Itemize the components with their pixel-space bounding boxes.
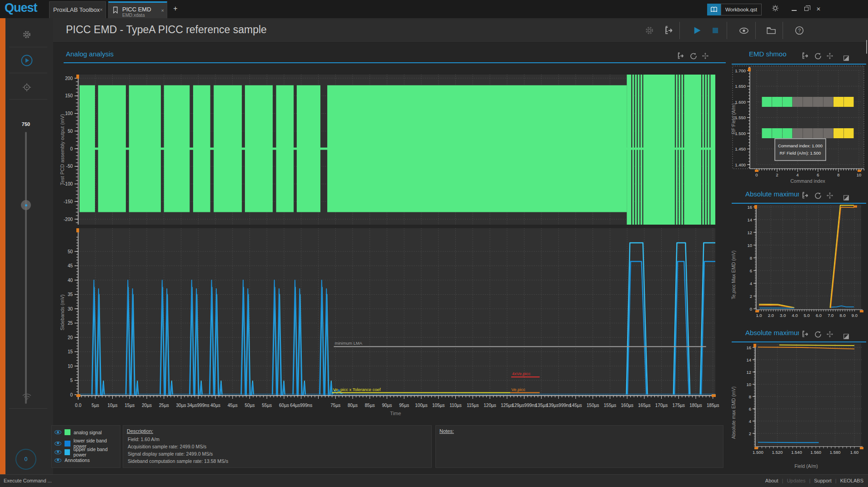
emd-shmoo-chart[interactable]: 1.7001.6501.6001.5501.5001.4501.40002468… bbox=[730, 65, 868, 189]
svg-text:15µs: 15µs bbox=[125, 403, 135, 408]
max-emd-field-chart[interactable]: 1614121086421.5001.5201.5401.5601.5801.6… bbox=[730, 342, 868, 474]
legend-box: analog signal lower side band power uppe… bbox=[51, 425, 120, 468]
analog-export-icon[interactable] bbox=[676, 51, 685, 60]
support-link[interactable]: Support bbox=[814, 478, 832, 483]
updates-link[interactable]: Updates bbox=[787, 478, 805, 483]
tab-close-icon[interactable]: × bbox=[100, 7, 103, 12]
analog-move-icon[interactable] bbox=[701, 51, 710, 60]
max-emd-field-move-icon[interactable] bbox=[825, 330, 834, 339]
svg-text:10: 10 bbox=[747, 243, 752, 248]
notes-box[interactable]: Notes: bbox=[435, 425, 723, 468]
legend-item-analog[interactable]: analog signal bbox=[55, 429, 102, 435]
analog-reset-zoom-icon[interactable] bbox=[689, 51, 698, 60]
window-close-button[interactable]: ✕ bbox=[816, 6, 821, 12]
stop-button[interactable] bbox=[710, 25, 721, 36]
about-link[interactable]: About bbox=[765, 478, 778, 483]
field-slider-handle[interactable] bbox=[21, 200, 31, 210]
svg-text:9.0: 9.0 bbox=[852, 313, 858, 318]
svg-text:0: 0 bbox=[755, 172, 758, 177]
description-line: Sideband computation sample rate: 13.58 … bbox=[128, 458, 228, 464]
svg-text:0: 0 bbox=[750, 306, 752, 311]
legend-item-annotations[interactable]: Annotations bbox=[55, 457, 90, 463]
tab-picc-emd[interactable]: PICC EMD EMD.xdata × bbox=[108, 1, 167, 18]
svg-text:75µs: 75µs bbox=[330, 403, 340, 408]
svg-text:10: 10 bbox=[68, 364, 73, 369]
max-emd-field-export-icon[interactable] bbox=[801, 330, 810, 339]
settings-gear-icon[interactable] bbox=[644, 25, 655, 36]
svg-text:200: 200 bbox=[65, 76, 73, 81]
svg-text:8: 8 bbox=[749, 394, 751, 399]
sidebar-gear-icon[interactable] bbox=[0, 30, 53, 41]
svg-text:Ve,picc: Ve,picc bbox=[511, 387, 525, 392]
export-icon[interactable] bbox=[663, 25, 674, 36]
max-emd-power-corner-icon[interactable] bbox=[842, 193, 851, 202]
analog-panel-title: Analog analysis bbox=[66, 50, 114, 58]
svg-text:30: 30 bbox=[68, 306, 73, 311]
legend-item-upper[interactable]: upper side band power bbox=[55, 447, 120, 457]
keolabs-link[interactable]: KEOLABS bbox=[840, 478, 863, 483]
analog-waveform-chart[interactable]: minimum LMAVe_picc x Tolerance coefVe,pi… bbox=[58, 65, 727, 425]
tab-proxilab-toolbox[interactable]: ProxiLAB Toolbox × bbox=[49, 1, 106, 18]
svg-text:minimum LMA: minimum LMA bbox=[334, 341, 362, 346]
svg-text:115µs: 115µs bbox=[467, 403, 479, 408]
workbook-button[interactable] bbox=[707, 4, 721, 15]
workbook-name[interactable]: Workbook.qst bbox=[721, 4, 762, 15]
svg-text:1.600: 1.600 bbox=[735, 100, 746, 105]
sidebar-wifi-icon[interactable] bbox=[0, 393, 53, 402]
title-bar: PICC EMD - TypeA PICC reference sample bbox=[53, 18, 868, 43]
svg-text:155µs: 155µs bbox=[604, 403, 616, 408]
svg-text:50: 50 bbox=[68, 249, 73, 254]
svg-text:0: 0 bbox=[70, 146, 73, 151]
max-emd-power-reset-icon[interactable] bbox=[813, 191, 823, 200]
max-emd-field-reset-icon[interactable] bbox=[813, 330, 823, 339]
svg-text:10µs: 10µs bbox=[108, 403, 118, 408]
svg-text:12: 12 bbox=[747, 230, 752, 235]
svg-text:110µs: 110µs bbox=[449, 403, 462, 408]
max-emd-power-chart[interactable]: 16141210864201.02.03.04.05.06.07.08.09.0… bbox=[730, 204, 868, 327]
svg-text:145µs: 145µs bbox=[569, 403, 582, 408]
sidebar-target-icon[interactable] bbox=[0, 83, 53, 94]
shmoo-corner-icon[interactable] bbox=[842, 54, 851, 63]
svg-text:45µs: 45µs bbox=[228, 403, 238, 408]
svg-text:2: 2 bbox=[749, 431, 751, 436]
svg-text:30µs: 30µs bbox=[176, 403, 186, 408]
svg-text:8.0: 8.0 bbox=[839, 313, 845, 318]
sidebar-play-icon[interactable] bbox=[0, 55, 53, 68]
scrollbar-indicator[interactable] bbox=[866, 40, 867, 54]
open-folder-button[interactable] bbox=[766, 25, 777, 36]
legend-swatch bbox=[65, 441, 70, 447]
svg-text:-150: -150 bbox=[64, 199, 73, 204]
svg-text:10: 10 bbox=[746, 382, 751, 387]
svg-text:165µs: 165µs bbox=[638, 403, 650, 408]
field-slider-track[interactable] bbox=[25, 132, 27, 404]
tab-bar: Quest ProxiLAB Toolbox × PICC EMD EMD.xd… bbox=[0, 0, 868, 18]
svg-text:6: 6 bbox=[817, 172, 819, 177]
tab-close-icon[interactable]: × bbox=[161, 8, 164, 13]
run-play-button[interactable] bbox=[692, 25, 703, 36]
svg-text:80µs: 80µs bbox=[348, 403, 358, 408]
legend-swatch bbox=[65, 449, 70, 455]
window-minimize-button[interactable] bbox=[792, 10, 797, 11]
max-emd-field-corner-icon[interactable] bbox=[842, 332, 851, 341]
visibility-eye-icon bbox=[55, 450, 61, 454]
new-tab-button[interactable]: + bbox=[171, 5, 180, 14]
window-restore-button[interactable] bbox=[804, 7, 808, 11]
visibility-eye-icon bbox=[55, 430, 61, 434]
shmoo-move-icon[interactable] bbox=[825, 51, 834, 60]
command-prompt[interactable]: Execute Command ... bbox=[4, 478, 52, 483]
view-eye-button[interactable] bbox=[738, 25, 749, 36]
svg-text:Time: Time bbox=[390, 411, 401, 416]
visibility-eye-icon bbox=[55, 442, 61, 446]
svg-text:16: 16 bbox=[747, 205, 752, 210]
theme-brightness-icon[interactable] bbox=[772, 5, 779, 12]
shmoo-export-icon[interactable] bbox=[801, 51, 810, 60]
svg-text:1.0: 1.0 bbox=[756, 313, 762, 318]
max-emd-power-move-icon[interactable] bbox=[825, 191, 834, 200]
shmoo-reset-zoom-icon[interactable] bbox=[813, 51, 823, 60]
max-emd-power-export-icon[interactable] bbox=[801, 191, 810, 200]
svg-text:8: 8 bbox=[750, 256, 752, 261]
sidebar-gauge[interactable]: 0 bbox=[15, 449, 36, 470]
help-button[interactable] bbox=[794, 25, 805, 36]
tab-subtitle: EMD.xdata bbox=[122, 13, 145, 18]
legend-swatch bbox=[65, 429, 70, 435]
